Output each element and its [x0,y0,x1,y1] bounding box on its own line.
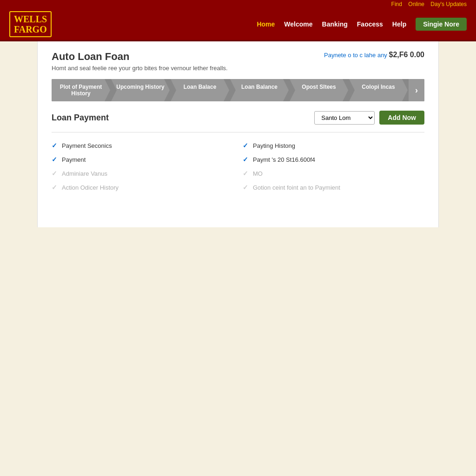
checklist-label-4: Adminiare Vanus [62,170,107,177]
checklist-item-4: ✓ Adminiare Vanus [52,168,233,179]
checklist-item-1: ✓ Payting Histong [243,140,424,151]
checklist-item-5: ✓ MO [243,168,424,179]
tab-loan-balace[interactable]: Loan Balace [171,79,229,101]
breadcrumb-next-button[interactable]: › [409,79,424,101]
breadcrumb-tabs: Plot of Payment History Upcoming History… [52,79,424,101]
loan-select[interactable]: Santo Lom [314,111,375,125]
days-updates-link[interactable]: Day's Updates [430,1,467,7]
payment-amount: $2,F6 0.00 [389,51,425,59]
page-subtitle: Homt and seal feelie ree your grto bites… [52,65,228,72]
checklist-label-6: Action Odicer History [62,184,119,191]
nav-welcome[interactable]: Welcome [284,20,312,28]
check-icon-2: ✓ [52,156,58,163]
tab-opost-sltees[interactable]: Opost Sltees [290,79,348,101]
page-title: Auto Loan Foan [52,51,228,63]
checklist-label-3: Paymt 's 20 St16.600f4 [253,156,315,163]
logo[interactable]: WELLS FARGO [9,11,52,37]
check-icon-5: ✓ [243,170,249,177]
checklist-label-5: MO [253,170,263,177]
check-icon-6: ✓ [52,184,58,191]
page-title-area: Auto Loan Foan Homt and seal feelie ree … [52,51,228,72]
page-header: Auto Loan Foan Homt and seal feelie ree … [52,51,424,72]
payment-due-link[interactable]: Paynete o to c lahe any [324,52,387,59]
checklist-item-2: ✓ Payment [52,154,233,165]
checklist-label-1: Payting Histong [253,142,295,149]
loan-payment-title: Loan Payment [52,113,109,123]
nav-banking[interactable]: Banking [322,20,348,28]
tab-plot-payment[interactable]: Plot of Payment History [52,79,110,101]
add-now-button[interactable]: Add Now [379,111,424,125]
check-icon-3: ✓ [243,156,249,163]
nav-faocess[interactable]: Faocess [357,20,383,28]
loan-payment-header: Loan Payment Santo Lom Add Now [52,111,424,125]
check-icon-0: ✓ [52,142,58,149]
tab-upcoming-history[interactable]: Upcoming History [111,79,170,101]
logo-text: WELLS FARGO [14,14,47,34]
nav-home[interactable]: Home [257,20,275,28]
checklist-item-0: ✓ Payment Seconics [52,140,233,151]
check-icon-4: ✓ [52,170,58,177]
checklist-item-6: ✓ Action Odicer History [52,182,233,193]
checklist-label-2: Payment [62,156,86,163]
check-icon-7: ✓ [243,184,249,191]
divider [52,132,424,132]
utility-bar: Find Online Day's Updates [0,0,476,8]
nav-help[interactable]: Help [392,20,406,28]
check-icon-1: ✓ [243,142,249,149]
checklist-label-7: Gotion ceint foint an to Paymient [253,184,340,191]
signin-button[interactable]: Singie Nore [416,18,467,31]
payment-due: Paynete o to c lahe any $2,F6 0.00 [324,51,424,59]
main-header: WELLS FARGO Home Welcome Banking Faocess… [0,8,476,41]
header-controls: Santo Lom Add Now [314,111,424,125]
tab-loan-balance[interactable]: Loan Balance [230,79,289,101]
checklist-grid: ✓ Payment Seconics ✓ Payting Histong ✓ P… [52,140,424,193]
online-link[interactable]: Online [408,1,424,7]
checklist-label-0: Payment Seconics [62,142,112,149]
find-link[interactable]: Find [391,1,402,7]
main-nav: Home Welcome Banking Faocess Help Singie… [257,18,467,31]
page-content: Auto Loan Foan Homt and seal feelie ree … [37,41,439,227]
tab-colopi-incas[interactable]: Colopi Incas [349,79,408,101]
checklist-item-3: ✓ Paymt 's 20 St16.600f4 [243,154,424,165]
checklist-item-7: ✓ Gotion ceint foint an to Paymient [243,182,424,193]
